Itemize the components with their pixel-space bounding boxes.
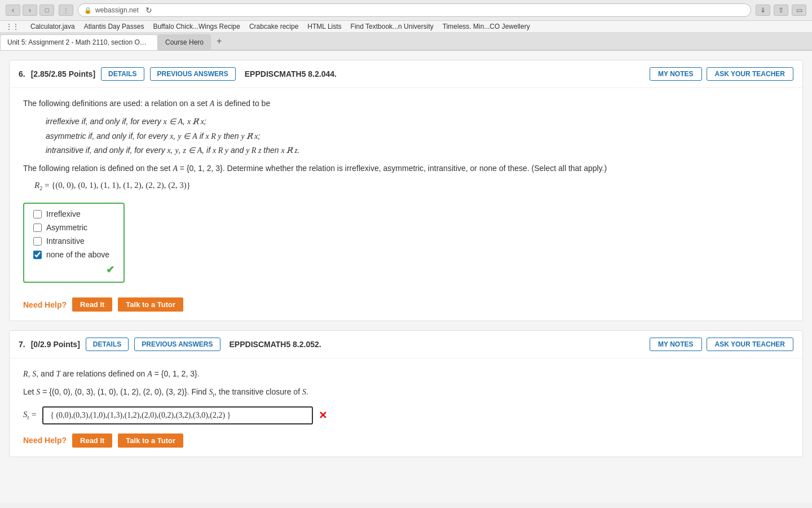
q6-def1: irreflexive if, and only if, for every x… xyxy=(46,115,789,129)
lock-icon: 🔒 xyxy=(84,7,92,14)
q6-label-irreflexive: Irreflexive xyxy=(46,209,81,218)
q6-checkbox-asymmetric[interactable] xyxy=(33,224,42,232)
question-7-body: R, S, and T are relations defined on A =… xyxy=(10,358,802,456)
q6-relation: R2 = {(0, 0), (0, 1), (1, 1), (1, 2), (2… xyxy=(34,181,789,191)
reload-button[interactable]: ↻ xyxy=(142,3,156,17)
q6-need-help-label: Need Help? xyxy=(23,300,67,309)
q7-answer-label: St = xyxy=(23,410,37,421)
q6-def2: asymmetric if, and only if, for every x,… xyxy=(46,129,789,143)
apps-button[interactable]: ⋮ xyxy=(59,5,73,16)
question-6-code: EPPDISCMATH5 8.2.044. xyxy=(245,69,337,78)
q6-checkbox-group: Irreflexive Asymmetric Intransitive none… xyxy=(23,203,125,283)
question-7-card: 7. [0/2.9 Points] DETAILS PREVIOUS ANSWE… xyxy=(9,330,803,457)
q7-text2: Let S = {(0, 0), (0, 3), (1, 0), (1, 2),… xyxy=(23,386,789,400)
q7-answer-input[interactable]: { (0,0),(0,3),(1,0),(1,3),(1,2),(2,0),(0… xyxy=(42,406,313,424)
question-7-my-notes-button[interactable]: MY NOTES xyxy=(650,338,701,351)
question-7-header: 7. [0/2.9 Points] DETAILS PREVIOUS ANSWE… xyxy=(10,331,802,358)
grid-icon: ⋮⋮ xyxy=(6,23,19,30)
q7-wrong-icon: ✕ xyxy=(319,409,327,422)
back-button[interactable]: ‹ xyxy=(6,5,20,16)
forward-button[interactable]: › xyxy=(23,5,37,16)
q6-talk-tutor-button[interactable]: Talk to a Tutor xyxy=(118,297,183,312)
browser-toolbar: ‹ › □ ⋮ 🔒 webassign.net ↻ ⇓ ⇧ ▭ xyxy=(0,0,812,21)
question-7-ask-teacher-button[interactable]: ASK YOUR TEACHER xyxy=(707,338,793,351)
q6-problem-text: The following relation is defined on the… xyxy=(23,162,789,175)
q7-need-help-label: Need Help? xyxy=(23,436,67,445)
url-text: webassign.net xyxy=(95,6,139,14)
q7-answer-value: { (0,0),(0,3),(1,0),(1,3),(1,2),(2,0),(0… xyxy=(50,411,231,419)
q6-intro-text: The following definitions are used: a re… xyxy=(23,97,789,110)
question-7-number: 7. xyxy=(19,340,25,349)
question-6-card: 6. [2.85/2.85 Points] DETAILS PREVIOUS A… xyxy=(9,60,803,321)
question-7-previous-answers-button[interactable]: PREVIOUS ANSWERS xyxy=(134,338,220,351)
question-6-details-button[interactable]: DETAILS xyxy=(101,67,144,81)
question-6-points: [2.85/2.85 Points] xyxy=(31,69,95,78)
tabs-bar: Unit 5: Assignment 2 - Math 2110, sectio… xyxy=(0,33,812,50)
tab-webassign[interactable]: Unit 5: Assignment 2 - Math 2110, sectio… xyxy=(0,34,158,50)
q7-read-it-button[interactable]: Read It xyxy=(72,433,112,448)
bookmarks-bar: ⋮⋮ Calculator.java Atlantis Day Passes B… xyxy=(0,21,812,33)
q6-checkbox-intransitive[interactable] xyxy=(33,237,42,246)
question-6-ask-teacher-button[interactable]: ASK YOUR TEACHER xyxy=(707,67,793,81)
tab-coursehero[interactable]: Course Hero xyxy=(158,34,211,50)
more-button[interactable]: ▭ xyxy=(792,5,806,16)
browser-chrome: ‹ › □ ⋮ 🔒 webassign.net ↻ ⇓ ⇧ ▭ ⋮⋮ Calcu… xyxy=(0,0,812,51)
question-6-my-notes-button[interactable]: MY NOTES xyxy=(650,67,701,81)
q7-text1: R, S, and T are relations defined on A =… xyxy=(23,367,789,380)
q6-label-intransitive: Intransitive xyxy=(46,237,85,246)
question-7-details-button[interactable]: DETAILS xyxy=(86,338,129,351)
bookmark-html[interactable]: HTML Lists xyxy=(307,23,341,30)
question-6-header: 6. [2.85/2.85 Points] DETAILS PREVIOUS A… xyxy=(10,60,802,88)
bookmark-timeless[interactable]: Timeless. Min...CO Jewellery xyxy=(443,23,530,30)
q6-option-asymmetric[interactable]: Asymmetric xyxy=(33,223,114,232)
question-6-previous-answers-button[interactable]: PREVIOUS ANSWERS xyxy=(150,67,236,81)
q6-label-none: none of the above xyxy=(46,250,109,259)
bookmark-crabcake[interactable]: Crabcake recipe xyxy=(249,23,298,30)
q7-need-help: Need Help? Read It Talk to a Tutor xyxy=(23,433,789,448)
q6-option-irreflexive[interactable]: Irreflexive xyxy=(33,209,114,218)
question-6-body: The following definitions are used: a re… xyxy=(10,88,802,321)
new-tab-button[interactable]: + xyxy=(211,33,227,50)
page-content: 6. [2.85/2.85 Points] DETAILS PREVIOUS A… xyxy=(0,51,812,502)
q6-checkbox-irreflexive[interactable] xyxy=(33,210,42,218)
window-button[interactable]: □ xyxy=(39,5,54,16)
bookmark-atlantis[interactable]: Atlantis Day Passes xyxy=(84,23,144,30)
q7-answer-row: St = { (0,0),(0,3),(1,0),(1,3),(1,2),(2,… xyxy=(23,406,789,424)
bookmark-calculator[interactable]: Calculator.java xyxy=(30,23,75,30)
q6-read-it-button[interactable]: Read It xyxy=(72,297,112,312)
bookmark-buffalo[interactable]: Buffalo Chick...Wings Recipe xyxy=(153,23,240,30)
address-bar[interactable]: 🔒 webassign.net ↻ xyxy=(78,3,751,17)
q6-correct-checkmark: ✔ xyxy=(106,264,114,276)
q6-definitions: irreflexive if, and only if, for every x… xyxy=(46,115,789,157)
bookmark-textbook[interactable]: Find Textbook...n University xyxy=(351,23,434,30)
q6-label-asymmetric: Asymmetric xyxy=(46,223,87,232)
download-button[interactable]: ⇓ xyxy=(756,5,770,16)
q6-def3: intransitive if, and only if, for every … xyxy=(46,143,789,157)
q6-checkbox-none[interactable] xyxy=(33,251,42,259)
q7-talk-tutor-button[interactable]: Talk to a Tutor xyxy=(118,433,183,448)
q6-need-help: Need Help? Read It Talk to a Tutor xyxy=(23,297,789,312)
question-7-points: [0/2.9 Points] xyxy=(31,340,80,349)
question-6-number: 6. xyxy=(19,69,25,78)
share-button[interactable]: ⇧ xyxy=(774,5,788,16)
q6-option-intransitive[interactable]: Intransitive xyxy=(33,237,114,246)
q6-checkmark-row: ✔ xyxy=(33,264,114,276)
question-7-code: EPPDISCMATH5 8.2.052. xyxy=(230,340,321,349)
q6-option-none[interactable]: none of the above xyxy=(33,250,114,259)
